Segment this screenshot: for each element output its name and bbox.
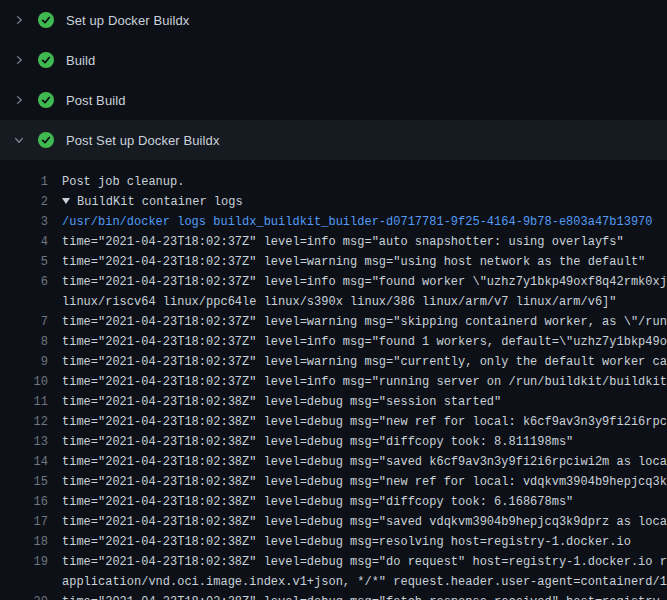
log-line: 13time="2021-04-23T18:02:38Z" level=debu… [0, 432, 667, 452]
log-text: time="2021-04-23T18:02:38Z" level=debug … [62, 472, 667, 492]
log-line: 15time="2021-04-23T18:02:38Z" level=debu… [0, 472, 667, 492]
log-command-text: /usr/bin/docker logs buildx_buildkit_bui… [62, 212, 667, 232]
log-text: application/vnd.oci.image.index.v1+json,… [62, 572, 667, 592]
line-number[interactable]: 14 [0, 452, 48, 472]
log-text: time="2021-04-23T18:02:37Z" level=warnin… [62, 312, 667, 332]
log-text: time="2021-04-23T18:02:37Z" level=info m… [62, 272, 667, 292]
line-number[interactable]: 9 [0, 352, 48, 372]
success-check-icon [38, 12, 54, 28]
log-line: 7time="2021-04-23T18:02:37Z" level=warni… [0, 312, 667, 332]
log-line-continuation: linux/riscv64 linux/ppc64le linux/s390x … [0, 292, 667, 312]
log-line: 17time="2021-04-23T18:02:38Z" level=debu… [0, 512, 667, 532]
line-number[interactable]: 20 [0, 592, 48, 600]
log-text: time="2021-04-23T18:02:37Z" level=info m… [62, 372, 667, 392]
step-label: Post Build [66, 93, 126, 108]
line-number[interactable]: 7 [0, 312, 48, 332]
log-line: 5time="2021-04-23T18:02:37Z" level=warni… [0, 252, 667, 272]
log-text: time="2021-04-23T18:02:38Z" level=debug … [62, 592, 667, 600]
line-number[interactable]: 11 [0, 392, 48, 412]
log-text: time="2021-04-23T18:02:37Z" level=info m… [62, 232, 667, 252]
log-line: 16time="2021-04-23T18:02:38Z" level=debu… [0, 492, 667, 512]
chevron-down-icon [12, 132, 26, 148]
log-area: 1Post job cleanup.2BuildKit container lo… [0, 160, 667, 600]
step-label: Post Set up Docker Buildx [66, 133, 220, 148]
success-check-icon [38, 52, 54, 68]
log-line: 4time="2021-04-23T18:02:37Z" level=info … [0, 232, 667, 252]
line-number[interactable]: 4 [0, 232, 48, 252]
line-number[interactable]: 17 [0, 512, 48, 532]
line-number[interactable]: 2 [0, 192, 48, 212]
log-text: time="2021-04-23T18:02:38Z" level=debug … [62, 552, 667, 572]
success-check-icon [38, 132, 54, 148]
line-number[interactable]: 6 [0, 272, 48, 292]
log-text: time="2021-04-23T18:02:37Z" level=warnin… [62, 352, 667, 372]
line-number[interactable]: 8 [0, 332, 48, 352]
log-text: time="2021-04-23T18:02:37Z" level=warnin… [62, 252, 667, 272]
log-line: 6time="2021-04-23T18:02:37Z" level=info … [0, 272, 667, 292]
step-row-post-set-up-docker-buildx[interactable]: Post Set up Docker Buildx [0, 120, 667, 160]
line-number[interactable]: 3 [0, 212, 48, 232]
line-number[interactable]: 10 [0, 372, 48, 392]
log-line: 20time="2021-04-23T18:02:38Z" level=debu… [0, 592, 667, 600]
log-text: time="2021-04-23T18:02:38Z" level=debug … [62, 532, 667, 552]
log-line: 18time="2021-04-23T18:02:38Z" level=debu… [0, 532, 667, 552]
log-text: time="2021-04-23T18:02:37Z" level=info m… [62, 332, 667, 352]
step-label: Build [66, 53, 95, 68]
line-number[interactable]: 12 [0, 412, 48, 432]
log-line: 3/usr/bin/docker logs buildx_buildkit_bu… [0, 212, 667, 232]
log-text: time="2021-04-23T18:02:38Z" level=debug … [62, 392, 667, 412]
log-group-toggle[interactable]: BuildKit container logs [62, 192, 667, 212]
line-number[interactable]: 16 [0, 492, 48, 512]
log-text: linux/riscv64 linux/ppc64le linux/s390x … [62, 292, 667, 312]
log-text: time="2021-04-23T18:02:38Z" level=debug … [62, 452, 667, 472]
line-number[interactable]: 13 [0, 432, 48, 452]
step-label: Set up Docker Buildx [66, 13, 189, 28]
log-line: 8time="2021-04-23T18:02:37Z" level=info … [0, 332, 667, 352]
log-line: 1Post job cleanup. [0, 172, 667, 192]
log-text: Post job cleanup. [62, 172, 667, 192]
success-check-icon [38, 92, 54, 108]
log-text: time="2021-04-23T18:02:38Z" level=debug … [62, 492, 667, 512]
line-number[interactable]: 18 [0, 532, 48, 552]
log-line: 12time="2021-04-23T18:02:38Z" level=debu… [0, 412, 667, 432]
chevron-right-icon [12, 92, 26, 108]
log-line-continuation: application/vnd.oci.image.index.v1+json,… [0, 572, 667, 592]
log-line: 11time="2021-04-23T18:02:38Z" level=debu… [0, 392, 667, 412]
line-number[interactable] [0, 292, 48, 312]
log-line: 10time="2021-04-23T18:02:37Z" level=info… [0, 372, 667, 392]
triangle-down-icon [62, 198, 70, 204]
actions-log-viewer: Set up Docker Buildx Build Post Buil [0, 0, 667, 600]
chevron-right-icon [12, 12, 26, 28]
log-group-label: BuildKit container logs [77, 195, 243, 209]
line-number[interactable]: 19 [0, 552, 48, 572]
line-number[interactable]: 1 [0, 172, 48, 192]
step-row-build[interactable]: Build [0, 40, 667, 80]
chevron-right-icon [12, 52, 26, 68]
log-line: 2BuildKit container logs [0, 192, 667, 212]
step-row-set-up-docker-buildx[interactable]: Set up Docker Buildx [0, 0, 667, 40]
line-number[interactable]: 5 [0, 252, 48, 272]
line-number[interactable] [0, 572, 48, 592]
log-line: 9time="2021-04-23T18:02:37Z" level=warni… [0, 352, 667, 372]
line-number[interactable]: 15 [0, 472, 48, 492]
steps-list: Set up Docker Buildx Build Post Buil [0, 0, 667, 160]
log-line: 19time="2021-04-23T18:02:38Z" level=debu… [0, 552, 667, 572]
log-text: time="2021-04-23T18:02:38Z" level=debug … [62, 432, 667, 452]
step-row-post-build[interactable]: Post Build [0, 80, 667, 120]
log-text: time="2021-04-23T18:02:38Z" level=debug … [62, 512, 667, 532]
log-text: time="2021-04-23T18:02:38Z" level=debug … [62, 412, 667, 432]
log-line: 14time="2021-04-23T18:02:38Z" level=debu… [0, 452, 667, 472]
